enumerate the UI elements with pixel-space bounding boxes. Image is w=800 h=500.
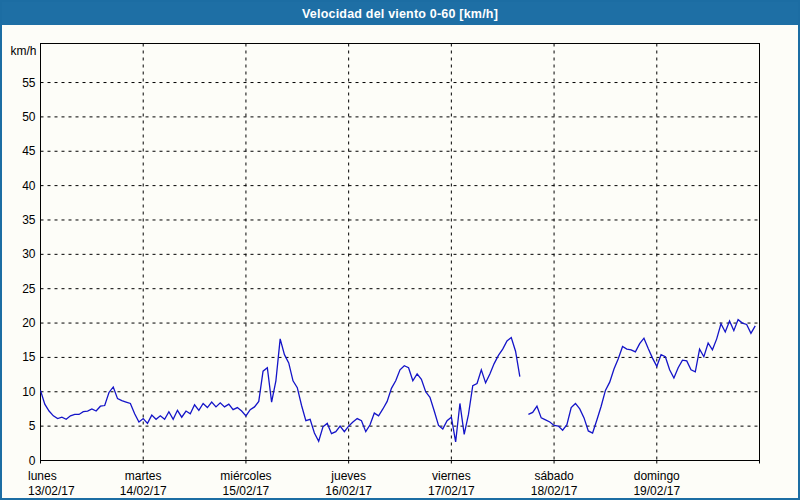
- x-axis-day-label: sábado: [534, 469, 574, 483]
- y-axis-tick-label: 35: [22, 213, 36, 227]
- plot-border: [41, 44, 760, 461]
- x-axis-date-label: 13/02/17: [28, 484, 75, 498]
- x-axis-date-label: 14/02/17: [120, 484, 167, 498]
- y-axis-tick-label: 25: [22, 282, 36, 296]
- chart-widget: Velocidad del viento 0-60 [km/h] 0510152…: [0, 0, 800, 500]
- y-axis-tick-label: 20: [22, 316, 36, 330]
- x-axis-day-label: domingo: [634, 469, 680, 483]
- y-axis-tick-label: 50: [22, 110, 36, 124]
- y-axis-tick-label: 5: [29, 419, 36, 433]
- x-axis-date-label: 18/02/17: [531, 484, 578, 498]
- chart-title: Velocidad del viento 0-60 [km/h]: [302, 7, 498, 21]
- wind-speed-data-line: [41, 320, 756, 442]
- x-axis-day-label: miércoles: [220, 469, 271, 483]
- wind-speed-line-chart: 0510152025303540455055km/hlunes13/02/17m…: [2, 27, 798, 500]
- y-axis-unit-label: km/h: [10, 44, 36, 58]
- y-axis-tick-label: 55: [22, 76, 36, 90]
- x-axis-date-label: 15/02/17: [223, 484, 270, 498]
- y-axis-tick-label: 15: [22, 350, 36, 364]
- y-axis-tick-label: 30: [22, 247, 36, 261]
- x-axis-date-label: 16/02/17: [325, 484, 372, 498]
- y-axis-tick-label: 10: [22, 385, 36, 399]
- y-axis-tick-label: 40: [22, 179, 36, 193]
- x-axis-day-label: jueves: [330, 469, 366, 483]
- x-axis-day-label: martes: [125, 469, 162, 483]
- chart-title-bar: Velocidad del viento 0-60 [km/h]: [2, 2, 798, 25]
- x-axis-day-label: lunes: [28, 469, 57, 483]
- x-axis-day-label: viernes: [432, 469, 471, 483]
- x-axis-date-label: 17/02/17: [428, 484, 475, 498]
- y-axis-tick-label: 0: [29, 454, 36, 468]
- y-axis-tick-label: 45: [22, 144, 36, 158]
- x-axis-date-label: 19/02/17: [633, 484, 680, 498]
